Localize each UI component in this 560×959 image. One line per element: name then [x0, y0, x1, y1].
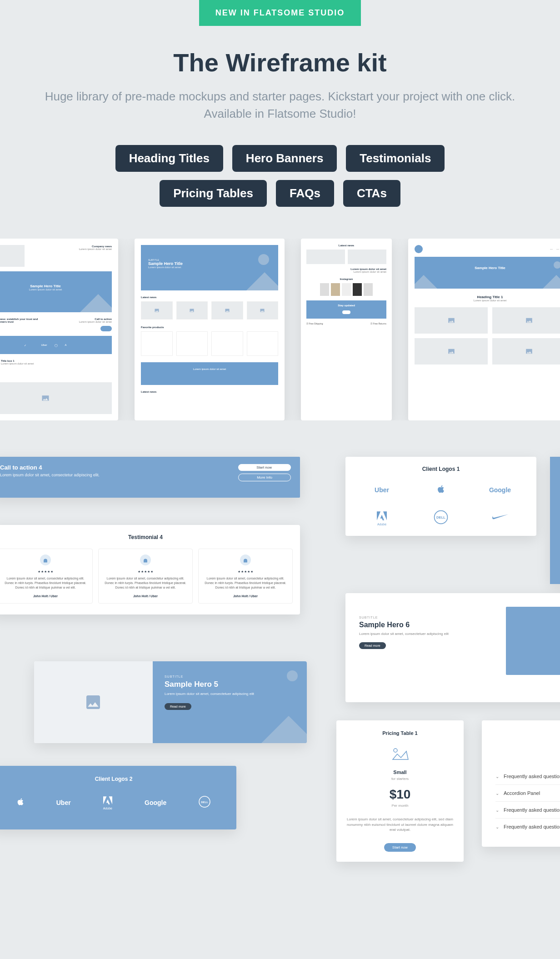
template-card-4[interactable]: ——— Sample Hero Title Heading Title 1 Lo… — [408, 239, 560, 420]
pill-hero-banners[interactable]: Hero Banners — [232, 145, 337, 172]
pill-ctas[interactable]: CTAs — [343, 180, 400, 207]
category-pills: Heading Titles Hero Banners Testimonials — [0, 145, 560, 172]
logo-nike-icon: ✓ — [24, 344, 26, 347]
client-logos-2-title: Client Logos 2 — [0, 776, 227, 782]
image-placeholder — [506, 607, 560, 675]
avatar-icon — [240, 554, 251, 565]
testimonial-card: ★★★★★ Lorem ipsum dolor sit amet, consec… — [0, 549, 93, 603]
image-placeholder — [34, 661, 153, 743]
wireframe-sample-hero-6[interactable]: SUBTITLE Sample Hero 6 Lorem ipsum dolor… — [345, 593, 560, 702]
label-sample-hero-title: Sample Hero Title — [0, 284, 112, 288]
hero5-read-more-button[interactable]: Read more — [165, 703, 191, 710]
cta4-more-button[interactable]: More Info — [238, 474, 291, 481]
logo-dell-icon: ◯ — [55, 344, 58, 347]
hero5-title: Sample Hero 5 — [165, 680, 295, 689]
star-rating: ★★★★★ — [3, 570, 88, 574]
logo-dell-icon: DELL — [433, 509, 449, 527]
cta4-start-button[interactable]: Start now — [238, 464, 291, 471]
illustration-icon — [346, 747, 454, 763]
chevron-down-icon: ⌄ — [495, 808, 499, 813]
client-logos-1-title: Client Logos 1 — [355, 466, 527, 472]
pricing1-title: Pricing Table 1 — [346, 730, 454, 736]
pricing1-start-button[interactable]: Start now — [384, 843, 416, 852]
logo-uber: Uber — [41, 344, 47, 346]
testimonial4-title: Testimonial 4 — [0, 534, 293, 540]
svg-text:DELL: DELL — [436, 516, 445, 520]
wireframe-sample-hero-2[interactable]: SUBTITLE Sample Hero 2 Lorem ipsum dolor… — [550, 457, 560, 584]
logo-adobe-icon: A — [65, 344, 67, 346]
wireframe-faqs-3[interactable]: FAQs 3 SHIPPING PAYMENTS RETURNS ⌄Freque… — [482, 720, 560, 847]
pricing1-plan: Small — [346, 769, 454, 775]
label-grow-business: Grow your business: establish your trust… — [0, 318, 43, 323]
hero5-subtitle: SUBTITLE — [165, 675, 295, 678]
pricing1-for: for starters — [346, 777, 454, 781]
page-title: The Wireframe kit — [0, 48, 560, 77]
faq-item[interactable]: ⌄Accordion Panel — [495, 785, 560, 802]
logo-apple-icon — [436, 483, 446, 497]
hero6-read-more-button[interactable]: Read more — [359, 642, 386, 649]
chevron-down-icon: ⌄ — [495, 774, 499, 779]
faq-item[interactable]: ⌄Frequently asked question 1 — [495, 768, 560, 785]
logo-google: Google — [489, 486, 511, 494]
logo-adobe-icon: Adobe — [102, 796, 113, 810]
hero6-desc: Lorem ipsum dolor sit amet, consectetuer… — [359, 632, 492, 636]
faq-item[interactable]: ⌄Frequently asked question 3 — [495, 819, 560, 835]
page-subtitle: Huge library of pre-made mockups and sta… — [39, 88, 521, 122]
label-latest-news: Latest news — [306, 244, 386, 247]
template-gallery: Company news Lorem ipsum dolor sit amet … — [0, 239, 560, 420]
label-heading-title-1: Heading Title 1 — [415, 295, 560, 299]
wireframe-client-logos-2[interactable]: Client Logos 2 Uber Adobe Google DELL — [0, 766, 236, 829]
button-mini[interactable] — [100, 326, 112, 331]
faqs3-title: FAQs 3 — [495, 732, 560, 739]
testimonial-card: ★★★★★ Lorem ipsum dolor sit amet, consec… — [198, 549, 293, 603]
template-card-1[interactable]: Company news Lorem ipsum dolor sit amet … — [0, 239, 118, 420]
hero6-title: Sample Hero 6 — [359, 621, 492, 629]
testimonial-card: ★★★★★ Lorem ipsum dolor sit amet, consec… — [98, 549, 193, 603]
pricing1-per: Per month — [346, 804, 454, 808]
svg-text:DELL: DELL — [201, 801, 209, 804]
label-stay-updated: Stay updated — [306, 304, 386, 307]
hero2-desc: Lorem ipsum dolor sit amet, consectetuer… — [550, 496, 560, 500]
logo-dell-icon: DELL — [198, 795, 211, 810]
hero5-desc: Lorem ipsum dolor sit amet, consectetuer… — [165, 692, 295, 696]
label-latest-news: Latest news — [141, 296, 278, 299]
pill-pricing-tables[interactable]: Pricing Tables — [160, 180, 267, 207]
logo-adobe-icon: Adobe — [376, 511, 388, 526]
template-card-3[interactable]: Latest news Lorem ipsum dolor sit amet L… — [301, 239, 392, 420]
faq-item[interactable]: ⌄Frequently asked question 2 — [495, 802, 560, 819]
hero6-subtitle: SUBTITLE — [359, 616, 492, 619]
logo-google: Google — [145, 799, 166, 806]
new-badge: NEW IN FLATSOME STUDIO — [199, 0, 361, 26]
star-rating: ★★★★★ — [103, 570, 188, 574]
logo-uber: Uber — [56, 799, 71, 806]
pill-heading-titles[interactable]: Heading Titles — [115, 145, 223, 172]
avatar-icon — [140, 554, 151, 565]
pill-faqs[interactable]: FAQs — [276, 180, 334, 207]
pricing1-price: $10 — [346, 787, 454, 802]
logo-apple-icon — [16, 796, 25, 809]
label-sample-hero-title: Sample Hero Title — [148, 261, 271, 266]
label-free-returns: ☑ Free Returns — [370, 322, 386, 325]
template-card-2[interactable]: SUBTITLE Sample Hero Title Lorem ipsum d… — [135, 239, 285, 420]
wireframe-client-logos-1[interactable]: Client Logos 1 Uber Google Adobe DELL — [345, 457, 536, 536]
label-favorite-products: Favorite products — [141, 326, 278, 329]
logo-nike-icon — [491, 514, 509, 523]
avatar-icon — [40, 554, 51, 565]
cta4-title: Call to action 4 — [0, 464, 100, 471]
wireframe-pricing-table-1[interactable]: Pricing Table 1 Small for starters $10 P… — [336, 720, 464, 862]
cta4-sub: Lorem ipsum dolor sit amet, consectetur … — [0, 473, 100, 477]
star-rating: ★★★★★ — [203, 570, 288, 574]
wireframe-testimonial-4[interactable]: Testimonial 4 ★★★★★ Lorem ipsum dolor si… — [0, 525, 300, 614]
pricing1-desc: Lorem ipsum dolor sit amet, consectetuer… — [346, 817, 454, 832]
wireframe-cta-4[interactable]: Call to action 4 Lorem ipsum dolor sit a… — [0, 457, 300, 498]
wireframe-sample-hero-5[interactable]: SUBTITLE Sample Hero 5 Lorem ipsum dolor… — [34, 661, 307, 743]
svg-point-4 — [394, 749, 397, 752]
hero2-subtitle: SUBTITLE — [550, 475, 560, 479]
label-free-shipping: ☑ Free Shipping — [306, 322, 323, 325]
logo-uber: Uber — [375, 486, 389, 494]
hero2-title: Sample Hero 2 — [550, 482, 560, 492]
chevron-down-icon: ⌄ — [495, 824, 499, 829]
pill-testimonials[interactable]: Testimonials — [346, 145, 445, 172]
page-header: NEW IN FLATSOME STUDIO The Wireframe kit… — [0, 0, 560, 207]
chevron-down-icon: ⌄ — [495, 791, 499, 796]
